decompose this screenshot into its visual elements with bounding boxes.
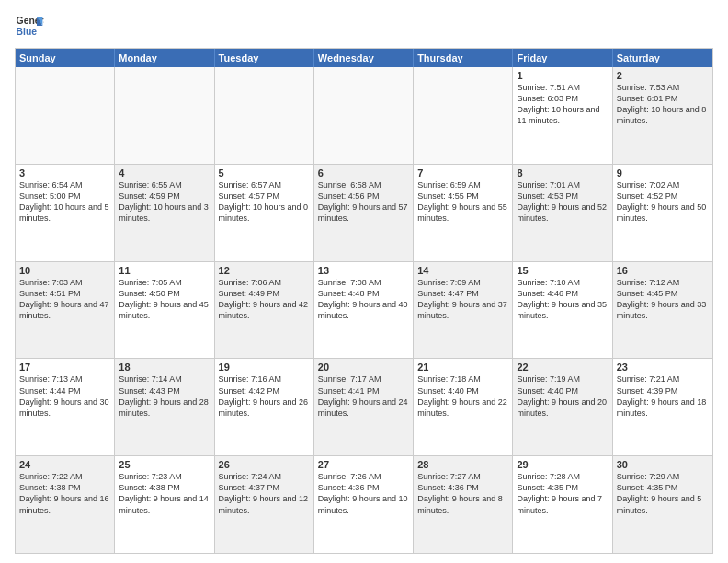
calendar-cell: 25Sunrise: 7:23 AM Sunset: 4:38 PM Dayli… [115, 456, 214, 553]
calendar-cell: 19Sunrise: 7:16 AM Sunset: 4:42 PM Dayli… [215, 359, 314, 455]
cell-info: Sunrise: 7:26 AM Sunset: 4:36 PM Dayligh… [318, 471, 409, 516]
calendar-cell: 2Sunrise: 7:53 AM Sunset: 6:01 PM Daylig… [613, 67, 712, 164]
calendar-row: 24Sunrise: 7:22 AM Sunset: 4:38 PM Dayli… [16, 456, 712, 553]
calendar-body: 1Sunrise: 7:51 AM Sunset: 6:03 PM Daylig… [16, 67, 712, 553]
calendar-cell: 21Sunrise: 7:18 AM Sunset: 4:40 PM Dayli… [414, 359, 513, 455]
logo: General Blue [15, 11, 48, 40]
day-number: 19 [219, 362, 310, 373]
cell-info: Sunrise: 7:14 AM Sunset: 4:43 PM Dayligh… [119, 373, 210, 419]
day-number: 20 [318, 362, 409, 373]
cell-info: Sunrise: 6:55 AM Sunset: 4:59 PM Dayligh… [119, 179, 210, 224]
cell-info: Sunrise: 7:05 AM Sunset: 4:50 PM Dayligh… [119, 277, 210, 322]
day-number: 2 [617, 70, 709, 81]
calendar-cell: 20Sunrise: 7:17 AM Sunset: 4:41 PM Dayli… [314, 359, 414, 455]
day-number: 16 [617, 265, 709, 276]
day-number: 28 [417, 459, 508, 470]
day-number: 6 [318, 167, 409, 178]
cell-info: Sunrise: 6:57 AM Sunset: 4:57 PM Dayligh… [219, 179, 310, 224]
day-number: 5 [219, 167, 310, 178]
day-number: 30 [617, 459, 709, 470]
day-number: 22 [517, 362, 608, 373]
cell-info: Sunrise: 7:22 AM Sunset: 4:38 PM Dayligh… [19, 471, 110, 516]
day-number: 3 [19, 167, 110, 178]
calendar-row: 17Sunrise: 7:13 AM Sunset: 4:44 PM Dayli… [16, 359, 712, 456]
day-number: 25 [119, 459, 210, 470]
cell-info: Sunrise: 6:58 AM Sunset: 4:56 PM Dayligh… [318, 179, 409, 224]
calendar-cell: 12Sunrise: 7:06 AM Sunset: 4:49 PM Dayli… [215, 262, 314, 359]
day-number: 21 [417, 362, 508, 373]
cell-info: Sunrise: 7:17 AM Sunset: 4:41 PM Dayligh… [318, 373, 409, 419]
day-header-friday: Friday [513, 49, 612, 67]
day-number: 10 [19, 265, 110, 276]
day-number: 4 [119, 167, 210, 178]
calendar-cell: 22Sunrise: 7:19 AM Sunset: 4:40 PM Dayli… [513, 359, 612, 455]
cell-info: Sunrise: 7:28 AM Sunset: 4:35 PM Dayligh… [517, 471, 608, 516]
calendar-cell: 8Sunrise: 7:01 AM Sunset: 4:53 PM Daylig… [513, 165, 612, 261]
calendar-cell: 1Sunrise: 7:51 AM Sunset: 6:03 PM Daylig… [513, 67, 612, 164]
cell-info: Sunrise: 7:02 AM Sunset: 4:52 PM Dayligh… [617, 179, 709, 224]
calendar-row: 10Sunrise: 7:03 AM Sunset: 4:51 PM Dayli… [16, 262, 712, 360]
cell-info: Sunrise: 7:29 AM Sunset: 4:35 PM Dayligh… [617, 471, 709, 516]
cell-info: Sunrise: 7:19 AM Sunset: 4:40 PM Dayligh… [517, 373, 608, 419]
day-number: 8 [517, 167, 608, 178]
page: General Blue SundayMondayTuesdayWednesda… [0, 0, 728, 563]
calendar-cell: 30Sunrise: 7:29 AM Sunset: 4:35 PM Dayli… [613, 456, 712, 553]
calendar-cell [115, 67, 214, 164]
day-number: 17 [19, 362, 110, 373]
day-header-sunday: Sunday [16, 49, 115, 67]
cell-info: Sunrise: 7:51 AM Sunset: 6:03 PM Dayligh… [517, 82, 608, 127]
day-number: 7 [417, 167, 508, 178]
calendar-row: 3Sunrise: 6:54 AM Sunset: 5:00 PM Daylig… [16, 165, 712, 262]
day-number: 9 [617, 167, 709, 178]
cell-info: Sunrise: 7:01 AM Sunset: 4:53 PM Dayligh… [517, 179, 608, 224]
calendar-cell: 13Sunrise: 7:08 AM Sunset: 4:48 PM Dayli… [314, 262, 414, 359]
calendar-cell: 17Sunrise: 7:13 AM Sunset: 4:44 PM Dayli… [16, 359, 115, 455]
cell-info: Sunrise: 7:03 AM Sunset: 4:51 PM Dayligh… [19, 277, 110, 322]
day-number: 23 [617, 362, 709, 373]
cell-info: Sunrise: 7:27 AM Sunset: 4:36 PM Dayligh… [417, 471, 508, 516]
calendar-cell: 28Sunrise: 7:27 AM Sunset: 4:36 PM Dayli… [414, 456, 513, 553]
calendar-cell: 26Sunrise: 7:24 AM Sunset: 4:37 PM Dayli… [215, 456, 314, 553]
calendar-cell: 4Sunrise: 6:55 AM Sunset: 4:59 PM Daylig… [115, 165, 214, 261]
cell-info: Sunrise: 7:12 AM Sunset: 4:45 PM Dayligh… [617, 277, 709, 322]
day-number: 26 [219, 459, 310, 470]
calendar-cell: 7Sunrise: 6:59 AM Sunset: 4:55 PM Daylig… [414, 165, 513, 261]
calendar-cell: 15Sunrise: 7:10 AM Sunset: 4:46 PM Dayli… [513, 262, 612, 359]
calendar-cell: 29Sunrise: 7:28 AM Sunset: 4:35 PM Dayli… [513, 456, 612, 553]
day-header-monday: Monday [115, 49, 214, 67]
calendar-cell: 24Sunrise: 7:22 AM Sunset: 4:38 PM Dayli… [16, 456, 115, 553]
cell-info: Sunrise: 7:23 AM Sunset: 4:38 PM Dayligh… [119, 471, 210, 516]
calendar-cell: 11Sunrise: 7:05 AM Sunset: 4:50 PM Dayli… [115, 262, 214, 359]
calendar-cell: 23Sunrise: 7:21 AM Sunset: 4:39 PM Dayli… [613, 359, 712, 455]
day-header-saturday: Saturday [613, 49, 712, 67]
calendar-cell: 27Sunrise: 7:26 AM Sunset: 4:36 PM Dayli… [314, 456, 414, 553]
calendar: SundayMondayTuesdayWednesdayThursdayFrid… [15, 48, 713, 554]
cell-info: Sunrise: 7:21 AM Sunset: 4:39 PM Dayligh… [617, 373, 709, 419]
calendar-cell: 16Sunrise: 7:12 AM Sunset: 4:45 PM Dayli… [613, 262, 712, 359]
calendar-row: 1Sunrise: 7:51 AM Sunset: 6:03 PM Daylig… [16, 67, 712, 165]
cell-info: Sunrise: 7:06 AM Sunset: 4:49 PM Dayligh… [219, 277, 310, 322]
calendar-cell: 5Sunrise: 6:57 AM Sunset: 4:57 PM Daylig… [215, 165, 314, 261]
day-header-thursday: Thursday [414, 49, 513, 67]
day-number: 13 [318, 265, 409, 276]
calendar-cell [215, 67, 314, 164]
cell-info: Sunrise: 6:54 AM Sunset: 5:00 PM Dayligh… [19, 179, 110, 224]
day-number: 1 [517, 70, 608, 81]
calendar-cell [16, 67, 115, 164]
logo-icon: General Blue [15, 11, 44, 40]
header: General Blue [15, 11, 713, 40]
day-header-tuesday: Tuesday [215, 49, 314, 67]
cell-info: Sunrise: 7:53 AM Sunset: 6:01 PM Dayligh… [617, 82, 709, 127]
calendar-cell [414, 67, 513, 164]
cell-info: Sunrise: 7:09 AM Sunset: 4:47 PM Dayligh… [417, 277, 508, 322]
day-number: 15 [517, 265, 608, 276]
day-number: 24 [19, 459, 110, 470]
calendar-cell: 9Sunrise: 7:02 AM Sunset: 4:52 PM Daylig… [613, 165, 712, 261]
day-number: 18 [119, 362, 210, 373]
svg-text:Blue: Blue [17, 27, 38, 37]
day-number: 11 [119, 265, 210, 276]
day-number: 29 [517, 459, 608, 470]
day-number: 27 [318, 459, 409, 470]
calendar-cell [314, 67, 414, 164]
calendar-cell: 14Sunrise: 7:09 AM Sunset: 4:47 PM Dayli… [414, 262, 513, 359]
